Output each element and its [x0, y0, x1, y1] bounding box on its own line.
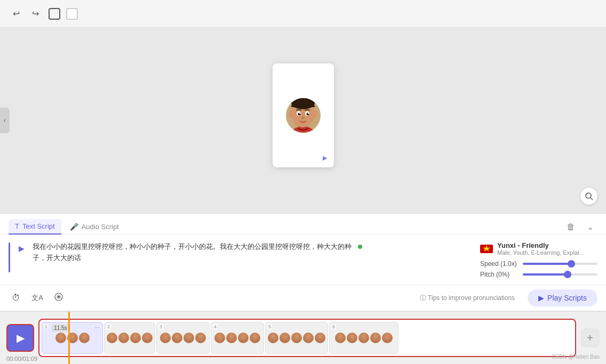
segment-3-number: 3 [158, 324, 163, 329]
phone-play-icon: ▶ [321, 155, 329, 162]
china-flag-icon [480, 245, 493, 253]
translate-icon: 文A [31, 293, 43, 303]
voice-panel: Yunxi - Friendly Male, Youth, E-Learning… [480, 241, 597, 278]
search-icon [585, 192, 593, 200]
pitch-slider[interactable] [523, 273, 597, 276]
seg1-avatar-3 [79, 333, 90, 343]
segment-1-time: 11.5s [52, 325, 69, 331]
seg2-avatar-2 [118, 333, 129, 343]
speed-thumb[interactable] [568, 260, 575, 268]
phone-view-button[interactable] [47, 6, 62, 21]
voice-desc: Male, Youth, E-Learning, Explai... [497, 249, 584, 256]
segment-1-number: 1 [44, 324, 49, 329]
seg3-avatar-1 [160, 333, 171, 343]
svg-point-11 [308, 113, 309, 114]
mic-tab-icon: 🎤 [70, 223, 78, 231]
voice-info: Yunxi - Friendly Male, Youth, E-Learning… [480, 241, 597, 256]
translate-button[interactable]: 文A [30, 290, 45, 305]
svg-point-12 [301, 117, 305, 119]
seg6-avatar-2 [347, 333, 357, 343]
svg-point-10 [299, 113, 300, 114]
phone-icon [49, 8, 60, 20]
speed-slider[interactable] [523, 263, 597, 265]
timeline-area: ▶ 1 11.5s ··· 2 [0, 311, 606, 364]
svg-point-4 [312, 110, 317, 118]
play-scripts-label: Play Scripts [547, 294, 587, 302]
svg-point-13 [586, 193, 591, 198]
toolbar: ↩ ↪ [0, 0, 606, 28]
timeline-segment-5[interactable]: 5 [265, 322, 328, 354]
play-scripts-icon: ▶ [538, 294, 544, 302]
square-view-button[interactable] [66, 8, 78, 20]
svg-line-14 [591, 198, 593, 200]
delete-button[interactable]: 🗑 [563, 220, 578, 234]
pitch-label: Pitch (0%) [480, 271, 517, 278]
canvas-area: ‹ [0, 28, 606, 213]
seg6-avatar-5 [382, 333, 393, 343]
avatar [286, 98, 321, 133]
timeline-segment-3[interactable]: 3 [156, 322, 210, 354]
tip-text: ⓘ Tips to improve pronunciations [420, 294, 515, 303]
timeline-segment-6[interactable]: 6 [329, 322, 398, 354]
expand-button[interactable]: ⌄ [583, 220, 597, 234]
ai-icon [54, 292, 63, 304]
voice-controls: Speed (1.0x) Pitch (0%) [480, 260, 597, 278]
seg4-avatar-1 [214, 333, 225, 343]
seg3-avatar-4 [195, 333, 206, 343]
seg4-avatar-2 [226, 333, 237, 343]
tab-actions: 🗑 ⌄ [563, 220, 597, 234]
tab-audio-script[interactable]: 🎤 Audio Script [63, 220, 125, 234]
seg2-avatar-3 [130, 333, 141, 343]
segment-6-number: 6 [331, 324, 336, 329]
timeline-segment-4[interactable]: 4 [211, 322, 264, 354]
segment-1-menu[interactable]: ··· [95, 325, 99, 330]
seg4-avatar-3 [238, 333, 249, 343]
timeline-segments: 1 11.5s ··· 2 [39, 320, 575, 356]
speed-control: Speed (1.0x) [480, 260, 597, 268]
voice-details: Yunxi - Friendly Male, Youth, E-Learning… [497, 241, 584, 256]
speed-fill [523, 263, 571, 265]
pronunciation-tip: ⓘ Tips to improve pronunciations [420, 294, 515, 303]
speed-label: Speed (1.0x) [480, 260, 517, 268]
seg2-avatar-4 [142, 333, 153, 343]
script-tabs: T Text Script 🎤 Audio Script 🗑 ⌄ [0, 214, 606, 235]
timeline-play-button[interactable]: ▶ [6, 324, 34, 352]
clock-button[interactable]: ⏱ [9, 290, 23, 305]
svg-point-3 [289, 110, 294, 118]
active-indicator [9, 242, 10, 272]
timestamp: 00:00/01:09 [6, 355, 37, 362]
script-panel: T Text Script 🎤 Audio Script 🗑 ⌄ ▶ 我在小小的… [0, 213, 606, 311]
pitch-thumb[interactable] [564, 271, 571, 278]
script-text: 我在小小的花园里挖呀挖呀挖，种小小的种子，开小小的花。我在大大的公园里挖呀挖呀挖… [33, 241, 353, 264]
timeline-segment-1[interactable]: 1 11.5s ··· [42, 322, 103, 354]
zoom-button[interactable] [580, 188, 597, 205]
play-scripts-button[interactable]: ▶ Play Scripts [528, 289, 597, 306]
phone-mockup: ▶ [273, 63, 334, 167]
avatar-svg [286, 98, 321, 133]
seg6-avatar-4 [370, 333, 381, 343]
ai-button[interactable] [51, 290, 66, 305]
text-script-tab-label: Text Script [22, 222, 55, 230]
tab-text-script[interactable]: T Text Script [9, 219, 61, 234]
clock-icon: ⏱ [12, 293, 20, 303]
script-play-button[interactable]: ▶ [15, 242, 27, 254]
watermark: CSDN @Hellen Bao [552, 354, 600, 360]
seg6-avatar-1 [335, 333, 346, 343]
seg4-avatar-4 [250, 333, 260, 343]
seg5-avatar-4 [303, 333, 314, 343]
seg1-avatar-1 [55, 333, 66, 343]
timeline-segment-2[interactable]: 2 [104, 322, 155, 354]
seg3-avatar-3 [184, 333, 194, 343]
add-segment-button[interactable]: + [580, 328, 600, 347]
undo-button[interactable]: ↩ [9, 6, 23, 21]
script-content: ▶ 我在小小的花园里挖呀挖呀挖，种小小的种子，开小小的花。我在大大的公园里挖呀挖… [0, 235, 606, 285]
seg5-avatar-2 [280, 333, 290, 343]
main-area: ‹ [0, 28, 606, 364]
redo-button[interactable]: ↪ [28, 6, 43, 21]
bottom-tools: ⏱ 文A ⓘ Tips to improve pronunciat [0, 285, 606, 311]
timeline-position-bar [68, 312, 70, 364]
collapse-left-button[interactable]: ‹ [0, 108, 10, 133]
seg5-avatar-5 [315, 333, 325, 343]
seg6-avatar-3 [358, 333, 369, 343]
svg-point-9 [306, 112, 309, 115]
